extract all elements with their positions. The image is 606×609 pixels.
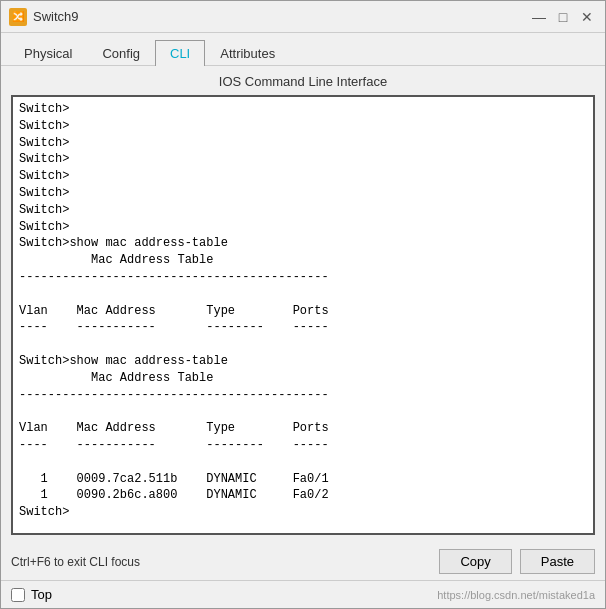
- watermark: https://blog.csdn.net/mistaked1a: [52, 589, 595, 601]
- status-bar: Ctrl+F6 to exit CLI focus Copy Paste: [1, 543, 605, 580]
- app-icon: 🔀: [9, 8, 27, 26]
- bottom-bar: Top https://blog.csdn.net/mistaked1a: [1, 580, 605, 608]
- terminal-output[interactable]: Switch> Switch> Switch> Switch> Switch> …: [13, 97, 593, 533]
- window-controls: — □ ✕: [529, 7, 597, 27]
- tab-config[interactable]: Config: [87, 40, 155, 66]
- top-label: Top: [31, 587, 52, 602]
- window-title: Switch9: [33, 9, 529, 24]
- tab-bar: Physical Config CLI Attributes: [1, 33, 605, 66]
- minimize-button[interactable]: —: [529, 7, 549, 27]
- top-checkbox-label[interactable]: Top: [11, 587, 52, 602]
- top-checkbox[interactable]: [11, 588, 25, 602]
- action-buttons: Copy Paste: [439, 549, 595, 574]
- window: 🔀 Switch9 — □ ✕ Physical Config CLI Attr…: [0, 0, 606, 609]
- tab-attributes[interactable]: Attributes: [205, 40, 290, 66]
- cli-title: IOS Command Line Interface: [11, 74, 595, 89]
- title-bar: 🔀 Switch9 — □ ✕: [1, 1, 605, 33]
- maximize-button[interactable]: □: [553, 7, 573, 27]
- content-area: IOS Command Line Interface Switch> Switc…: [1, 66, 605, 543]
- copy-button[interactable]: Copy: [439, 549, 511, 574]
- tab-cli[interactable]: CLI: [155, 40, 205, 66]
- paste-button[interactable]: Paste: [520, 549, 595, 574]
- close-button[interactable]: ✕: [577, 7, 597, 27]
- tab-physical[interactable]: Physical: [9, 40, 87, 66]
- terminal-wrapper: Switch> Switch> Switch> Switch> Switch> …: [11, 95, 595, 535]
- status-text: Ctrl+F6 to exit CLI focus: [11, 555, 439, 569]
